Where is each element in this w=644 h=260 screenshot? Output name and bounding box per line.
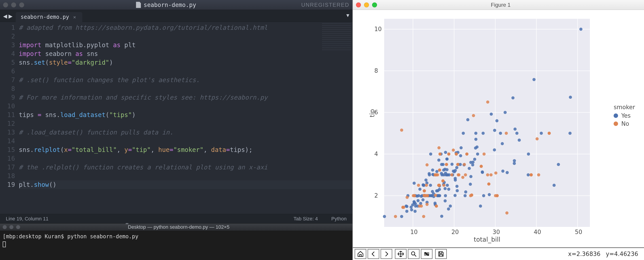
svg-point-30 — [444, 151, 447, 154]
tab-close-icon[interactable]: × — [73, 14, 76, 20]
svg-point-153 — [430, 194, 433, 197]
svg-point-29 — [455, 166, 458, 169]
svg-point-162 — [444, 199, 447, 202]
svg-point-192 — [537, 173, 540, 176]
svg-point-102 — [422, 198, 425, 201]
svg-point-112 — [417, 194, 420, 197]
svg-point-240 — [487, 182, 490, 185]
tab-active[interactable]: seaborn-demo.py × — [16, 12, 82, 22]
svg-point-48 — [447, 188, 450, 191]
x-tick: 20 — [452, 229, 459, 235]
figure-window-controls[interactable] — [356, 3, 377, 8]
figure-title: Figure 1 — [382, 2, 620, 8]
svg-point-78 — [454, 194, 456, 197]
legend-item: Yes — [614, 112, 635, 119]
svg-point-232 — [480, 165, 483, 168]
terminal-line: [mbp:desktop Kuran$ python seaborn-demo.… — [3, 233, 350, 240]
forward-icon[interactable] — [380, 249, 392, 259]
svg-point-249 — [486, 173, 489, 176]
svg-point-245 — [426, 194, 429, 197]
nav-back-icon[interactable]: ◀ — [3, 13, 7, 20]
y-tick: 2 — [374, 192, 378, 199]
svg-point-177 — [400, 129, 403, 132]
svg-point-233 — [530, 173, 533, 176]
svg-point-225 — [548, 132, 551, 135]
term-close-dot[interactable] — [3, 225, 7, 229]
save-icon[interactable] — [435, 249, 447, 259]
zoom-rect-icon[interactable] — [408, 249, 420, 259]
svg-point-94 — [429, 153, 432, 156]
svg-point-257 — [428, 255, 428, 255]
minimize-icon[interactable] — [364, 3, 369, 8]
zoom-dot[interactable] — [19, 3, 24, 8]
svg-point-168 — [490, 173, 492, 176]
svg-point-145 — [414, 202, 417, 205]
svg-point-246 — [447, 153, 450, 156]
svg-point-256 — [426, 253, 427, 254]
figure-toolbar: x=2.36836 y=4.46236 — [353, 247, 644, 260]
editor-titlebar: seaborn-demo.py UNREGISTERED — [0, 0, 352, 10]
figure-canvas[interactable]: total_bill tip smoker YesNo 1020304050 2… — [353, 10, 644, 247]
code-editor[interactable]: 12345678910111213141516171819 # adapted … — [0, 22, 352, 214]
svg-point-253 — [442, 179, 444, 182]
svg-point-254 — [412, 252, 415, 255]
svg-point-179 — [425, 184, 428, 187]
svg-point-243 — [413, 194, 416, 197]
terminal[interactable]: [mbp:desktop Kuran$ python seaborn-demo.… — [0, 231, 352, 260]
svg-point-144 — [501, 142, 504, 145]
svg-point-33 — [532, 78, 536, 81]
zoom-icon[interactable] — [372, 3, 377, 8]
svg-point-13 — [468, 167, 471, 170]
svg-point-231 — [438, 168, 441, 172]
svg-point-104 — [418, 188, 422, 191]
svg-point-194 — [472, 114, 475, 117]
svg-point-97 — [527, 153, 530, 156]
svg-point-113 — [464, 190, 467, 193]
window-controls[interactable] — [3, 3, 24, 8]
svg-point-220 — [426, 203, 429, 206]
svg-point-186 — [461, 176, 464, 179]
home-icon[interactable] — [355, 249, 366, 259]
x-axis-label: total_bill — [384, 236, 590, 243]
nav-forward-icon[interactable]: ▶ — [8, 13, 12, 20]
back-icon[interactable] — [368, 249, 379, 259]
svg-point-114 — [449, 204, 452, 208]
svg-point-123 — [424, 179, 428, 182]
svg-point-65 — [450, 163, 454, 166]
svg-point-148 — [435, 170, 438, 173]
tab-overflow-icon[interactable]: ▼ — [346, 13, 349, 18]
plot-axes[interactable] — [384, 19, 590, 227]
language-mode[interactable]: Python — [332, 216, 347, 222]
svg-point-255 — [425, 252, 426, 253]
file-icon — [136, 2, 141, 8]
svg-point-38 — [460, 146, 463, 149]
svg-point-119 — [405, 210, 408, 213]
svg-point-219 — [406, 196, 409, 199]
svg-point-133 — [568, 132, 572, 135]
code-content[interactable]: # adapted from https://seaborn.pydata.or… — [19, 22, 352, 214]
svg-point-181 — [418, 204, 421, 208]
svg-point-53 — [410, 208, 413, 211]
svg-point-169 — [394, 215, 397, 218]
minimap[interactable] — [322, 23, 351, 50]
tab-size[interactable]: Tab Size: 4 — [294, 216, 318, 222]
svg-point-166 — [450, 173, 453, 176]
legend-swatch-icon — [614, 122, 618, 126]
figure-window: Figure 1 total_bill tip smoker YesNo 102… — [352, 0, 644, 260]
subplots-icon[interactable] — [421, 249, 432, 259]
close-icon[interactable] — [356, 3, 361, 8]
svg-point-118 — [446, 168, 448, 171]
svg-point-160 — [482, 194, 485, 197]
pan-icon[interactable] — [395, 249, 406, 259]
svg-point-126 — [540, 132, 543, 135]
minimize-dot[interactable] — [11, 3, 16, 8]
svg-point-247 — [457, 173, 460, 176]
legend: smoker YesNo — [614, 104, 635, 128]
term-min-dot[interactable] — [10, 225, 14, 229]
svg-point-58 — [488, 193, 491, 196]
term-zoom-dot[interactable] — [16, 225, 20, 229]
svg-point-66 — [526, 173, 530, 176]
svg-point-180 — [486, 100, 489, 104]
close-dot[interactable] — [3, 3, 8, 8]
svg-point-99 — [476, 153, 479, 156]
